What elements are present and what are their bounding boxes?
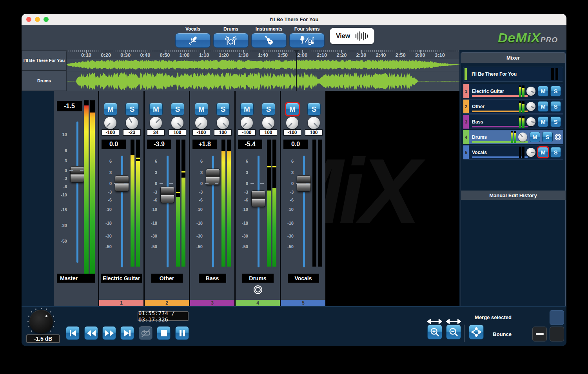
gain-knob[interactable] bbox=[308, 117, 320, 129]
channel-name-label: Drums bbox=[242, 274, 274, 283]
row-gain-knob[interactable] bbox=[526, 87, 535, 96]
stem-instruments-label: Instruments bbox=[251, 26, 287, 32]
loop-off-icon bbox=[141, 329, 151, 338]
gain-knob[interactable] bbox=[217, 117, 229, 129]
row-number: 1 bbox=[463, 84, 469, 98]
four-stems-separation-button[interactable] bbox=[289, 33, 325, 48]
row-solo-button[interactable]: S bbox=[550, 147, 561, 158]
loop-button[interactable] bbox=[139, 326, 152, 340]
row-mute-button[interactable]: M bbox=[538, 101, 548, 112]
bounce-menu-button[interactable] bbox=[550, 327, 564, 341]
row-gain-knob[interactable] bbox=[518, 133, 527, 142]
mute-button[interactable]: M bbox=[104, 103, 117, 116]
waveform-track-song[interactable] bbox=[67, 59, 459, 71]
master-volume-knob[interactable] bbox=[29, 310, 53, 333]
fader-handle[interactable] bbox=[251, 191, 265, 207]
row-name: Bass bbox=[472, 115, 519, 129]
master-row-name: I'll Be There For You bbox=[472, 71, 551, 77]
row-number: 2 bbox=[463, 100, 469, 113]
pan-knob[interactable] bbox=[241, 117, 253, 129]
row-solo-button[interactable]: S bbox=[542, 132, 553, 142]
four-stems-icon bbox=[299, 34, 315, 46]
row-solo-button[interactable]: S bbox=[550, 86, 561, 96]
minimize-window-button[interactable] bbox=[35, 17, 40, 22]
channel-number-strip[interactable]: 2 bbox=[145, 300, 189, 306]
instruments-separation-button[interactable] bbox=[251, 33, 287, 48]
row-mute-button[interactable]: M bbox=[530, 132, 540, 142]
level-value: 0.0 bbox=[102, 140, 126, 149]
gain-value: -23 bbox=[123, 129, 141, 136]
row-mute-button-active[interactable]: M bbox=[538, 147, 548, 158]
solo-button[interactable]: S bbox=[307, 103, 321, 116]
mute-button[interactable]: M bbox=[149, 103, 163, 116]
pan-knob[interactable] bbox=[195, 117, 207, 129]
row-gain-knob[interactable] bbox=[526, 102, 535, 111]
mute-button-active[interactable]: M bbox=[286, 103, 299, 116]
row-solo-button[interactable]: S bbox=[550, 116, 561, 127]
sidebar-master-row[interactable]: I'll Be There For You bbox=[463, 67, 563, 82]
merge-selected-button[interactable] bbox=[550, 310, 564, 325]
row-gain-knob[interactable] bbox=[526, 148, 535, 157]
row-gain-knob[interactable] bbox=[526, 117, 535, 126]
skip-to-end-button[interactable] bbox=[120, 326, 134, 340]
gain-knob[interactable] bbox=[171, 117, 183, 129]
vocals-separation-button[interactable] bbox=[175, 33, 211, 48]
sidebar-row-bass[interactable]: 3 Bass M S bbox=[463, 114, 563, 129]
waveform-track-drums[interactable] bbox=[67, 71, 459, 91]
skip-to-start-button[interactable] bbox=[66, 326, 80, 340]
waveform-area[interactable]: 0:100:200:300:400:501:001:101:201:301:40… bbox=[67, 50, 459, 91]
time-ruler[interactable]: 0:100:200:300:400:501:001:101:201:301:40… bbox=[67, 50, 459, 59]
timeline-track-label-song[interactable]: I'll Be There For You bbox=[22, 50, 67, 71]
stop-button[interactable] bbox=[157, 326, 171, 340]
view-button[interactable]: View bbox=[330, 28, 374, 44]
stem-vocals-label: Vocals bbox=[175, 26, 211, 32]
pan-knob[interactable] bbox=[150, 117, 162, 129]
channel-number-strip[interactable]: 3 bbox=[190, 300, 234, 306]
channel-number-strip[interactable]: 5 bbox=[281, 300, 325, 306]
pan-knob[interactable] bbox=[104, 117, 116, 129]
sidebar-row-electric-guitar[interactable]: 1 Electric Guitar M S bbox=[463, 84, 563, 98]
row-mute-button[interactable]: M bbox=[538, 86, 548, 96]
zoom-in-button[interactable] bbox=[427, 325, 442, 340]
zoom-out-button[interactable] bbox=[446, 325, 461, 340]
master-fader-handle[interactable] bbox=[70, 166, 84, 183]
drums-separation-button[interactable] bbox=[213, 33, 249, 48]
pan-knob[interactable] bbox=[286, 117, 298, 129]
mute-button[interactable]: M bbox=[195, 103, 208, 116]
solo-button[interactable]: S bbox=[262, 103, 275, 116]
desktop: I'll Be There For You Vocals Drums Instr… bbox=[0, 0, 588, 374]
row-separation-target-icon[interactable] bbox=[555, 134, 561, 140]
mute-button[interactable]: M bbox=[240, 103, 254, 116]
pause-button[interactable] bbox=[175, 326, 189, 340]
close-window-button[interactable] bbox=[26, 17, 31, 22]
channel-strip-vocals: M S -100 100 0.0 630-3-6-10-18-30-50 bbox=[281, 91, 325, 306]
solo-button[interactable]: S bbox=[125, 103, 139, 116]
row-solo-button[interactable]: S bbox=[550, 101, 561, 112]
skip-end-icon bbox=[123, 329, 132, 337]
fader-handle[interactable] bbox=[160, 187, 174, 203]
sidebar-row-drums-selected[interactable]: 4 Drums M S bbox=[463, 130, 563, 144]
separation-target-icon[interactable] bbox=[254, 285, 262, 294]
fast-forward-button[interactable] bbox=[102, 326, 116, 340]
solo-button[interactable]: S bbox=[216, 103, 230, 116]
stem-four-stems: Four stems bbox=[289, 26, 325, 48]
zoom-window-button[interactable] bbox=[44, 17, 49, 22]
channel-number-strip[interactable]: 4 bbox=[236, 300, 280, 306]
gain-knob[interactable] bbox=[126, 117, 138, 129]
gain-knob[interactable] bbox=[262, 117, 274, 129]
channel-meters bbox=[131, 140, 140, 267]
timeline-track-label-drums[interactable]: Drums bbox=[22, 71, 67, 91]
channel-meters bbox=[176, 140, 185, 267]
row-mute-button[interactable]: M bbox=[538, 116, 548, 127]
playhead[interactable] bbox=[296, 50, 297, 91]
toolbar: Vocals Drums Instruments Four stems View bbox=[22, 25, 566, 50]
solo-button[interactable]: S bbox=[171, 103, 184, 116]
sidebar-row-other[interactable]: 2 Other M S bbox=[463, 99, 563, 114]
bounce-remove-button[interactable] bbox=[532, 327, 547, 341]
sidebar-row-vocals[interactable]: 5 Vocals M S bbox=[463, 145, 563, 160]
channel-number-strip[interactable]: 1 bbox=[99, 300, 143, 306]
level-value: 0.0 bbox=[283, 140, 308, 149]
master-volume-readout: -1.5 dB bbox=[26, 334, 60, 343]
pan-value: 34 bbox=[147, 129, 165, 136]
rewind-button[interactable] bbox=[84, 326, 98, 340]
